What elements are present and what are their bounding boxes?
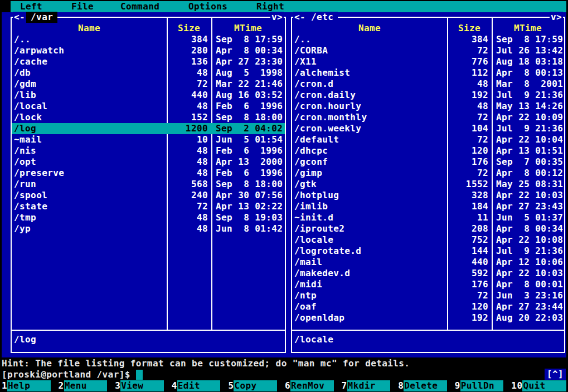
fkey-delete-button[interactable]: 8Delete bbox=[398, 380, 455, 391]
file-row[interactable]: /makedev.d592Apr 22 10:03 bbox=[292, 268, 564, 279]
menu-item-options[interactable]: Options bbox=[188, 1, 227, 12]
file-row[interactable]: /cron.monthly72Apr 22 10:09 bbox=[292, 112, 564, 123]
menu-item-file[interactable]: File bbox=[71, 1, 94, 12]
file-size: 152 bbox=[167, 112, 211, 123]
file-row[interactable]: /yp48Jun 8 01:42 bbox=[12, 223, 285, 234]
file-mtime: Jul 26 13:42 bbox=[492, 45, 564, 56]
file-row[interactable]: /X11776Aug 18 03:18 bbox=[292, 56, 564, 67]
file-mtime: Apr 22 10:03 bbox=[492, 190, 564, 201]
file-row[interactable]: /mail440Apr 12 10:06 bbox=[292, 257, 564, 268]
file-row[interactable]: /dhcpc120Apr 13 01:51 bbox=[292, 145, 564, 156]
file-mtime: Jun 3 23:16 bbox=[492, 290, 564, 301]
history-dropdown-arrow[interactable]: v> bbox=[550, 12, 563, 23]
file-row[interactable]: /spool240Apr 30 07:56 bbox=[12, 190, 285, 201]
menu-item-left[interactable]: Left bbox=[20, 1, 42, 12]
column-header-size[interactable]: Size bbox=[167, 23, 211, 34]
fkey-number: 6 bbox=[285, 380, 290, 391]
file-row[interactable]: /opt48Apr 13 2000 bbox=[12, 156, 285, 168]
column-header-mtime[interactable]: MTime bbox=[211, 23, 285, 34]
file-size: 72 bbox=[447, 112, 492, 123]
file-row[interactable]: /arpwatch280Apr 8 00:34 bbox=[12, 45, 285, 56]
fkey-mkdir-button[interactable]: 7Mkdir bbox=[342, 380, 399, 391]
menu-item-command[interactable]: Command bbox=[120, 1, 159, 12]
right-panel-path[interactable]: /etc bbox=[307, 12, 338, 23]
file-size: 72 bbox=[447, 134, 492, 145]
fkey-view-button[interactable]: 3View bbox=[115, 380, 172, 391]
file-row[interactable]: /logrotate.d144Jul 9 21:36 bbox=[292, 246, 564, 257]
file-row[interactable]: /hotplug328Apr 22 10:03 bbox=[292, 190, 564, 201]
fkey-help-button[interactable]: 1Help bbox=[2, 380, 59, 391]
file-name: /cron.weekly bbox=[292, 123, 447, 134]
history-back-arrow[interactable]: <- bbox=[13, 12, 26, 23]
file-row[interactable]: /gtk1552May 25 08:31 bbox=[292, 179, 564, 190]
fkey-number: 7 bbox=[342, 380, 347, 391]
file-name: /gtk bbox=[292, 179, 447, 190]
file-row[interactable]: /..384Sep 8 17:59 bbox=[292, 34, 564, 45]
left-panel-path[interactable]: /var bbox=[26, 12, 57, 23]
file-row[interactable]: /nis48Feb 6 1996 bbox=[12, 145, 285, 156]
file-row[interactable]: /iproute2208Apr 8 00:34 bbox=[292, 223, 564, 234]
file-row[interactable]: /imlib184Apr 27 23:43 bbox=[292, 201, 564, 212]
menu-item-right[interactable]: Right bbox=[256, 1, 284, 12]
file-size: 72 bbox=[167, 201, 211, 212]
history-dropdown-arrow[interactable]: v> bbox=[270, 12, 284, 23]
right-column-headers: Name Size MTime bbox=[292, 23, 564, 34]
file-row[interactable]: /cron.d48Mar 8 2001 bbox=[292, 79, 564, 90]
file-row[interactable]: /alchemist112Apr 8 00:13 bbox=[292, 67, 564, 79]
fkey-edit-button[interactable]: 4Edit bbox=[172, 380, 229, 391]
file-mtime: Apr 22 10:04 bbox=[492, 134, 564, 145]
file-row[interactable]: /log1200Sep 2 04:02 bbox=[12, 123, 285, 134]
file-row[interactable]: ~init.d11Jun 5 01:37 bbox=[292, 212, 564, 223]
column-header-mtime[interactable]: MTime bbox=[492, 23, 564, 34]
file-row[interactable]: /cron.daily192Jul 9 21:36 bbox=[292, 90, 564, 101]
file-row[interactable]: /oaf120Apr 27 23:44 bbox=[292, 301, 564, 312]
file-row[interactable]: /cron.hourly48May 13 14:26 bbox=[292, 101, 564, 112]
column-header-name[interactable]: Name bbox=[292, 23, 447, 34]
file-row[interactable]: /lock152Sep 8 18:00 bbox=[12, 112, 285, 123]
scrollback-indicator[interactable]: [^] bbox=[545, 369, 566, 380]
file-row[interactable]: ~mail10Jun 5 01:54 bbox=[12, 134, 285, 145]
file-mtime: Feb 6 1996 bbox=[211, 101, 285, 112]
fkey-pulldn-button[interactable]: 9PullDn bbox=[455, 380, 512, 391]
panel-border-line bbox=[338, 12, 550, 23]
file-row[interactable]: /run568Sep 8 18:00 bbox=[12, 179, 285, 190]
file-row[interactable]: /CORBA72Jul 26 13:42 bbox=[292, 45, 564, 56]
fkey-quit-button[interactable]: 10Quit bbox=[511, 380, 568, 391]
file-row[interactable]: /gconf176Sep 7 00:35 bbox=[292, 156, 564, 168]
file-mtime: May 25 08:31 bbox=[492, 179, 564, 190]
right-panel-body: Name Size MTime /..384Sep 8 17:59/CORBA7… bbox=[292, 18, 564, 330]
file-row[interactable]: /tmp48Sep 8 19:03 bbox=[12, 212, 285, 223]
file-row[interactable]: /locale752Apr 22 10:08 bbox=[292, 234, 564, 246]
fkey-renmov-button[interactable]: 6RenMov bbox=[285, 380, 342, 391]
function-key-bar: 1Help2Menu3View4Edit5Copy6RenMov7Mkdir8D… bbox=[2, 380, 568, 391]
file-name: /log bbox=[12, 123, 167, 134]
file-size: 72 bbox=[447, 290, 492, 301]
history-back-arrow[interactable]: <- bbox=[293, 12, 307, 23]
column-header-size[interactable]: Size bbox=[447, 23, 492, 34]
right-panel: <- /etc v> Name Size MTime /..384Sep 8 1… bbox=[291, 17, 565, 353]
file-mtime: Aug 5 1998 bbox=[211, 67, 285, 79]
file-row[interactable]: /..384Sep 8 17:59 bbox=[12, 34, 285, 45]
file-row[interactable]: /gimp72Apr 8 00:12 bbox=[292, 168, 564, 179]
column-header-name[interactable]: Name bbox=[12, 23, 167, 34]
file-row[interactable]: /cron.weekly104Jul 9 21:36 bbox=[292, 123, 564, 134]
fkey-copy-button[interactable]: 5Copy bbox=[228, 380, 285, 391]
command-prompt[interactable]: [proski@portland /var]$ bbox=[2, 369, 143, 380]
file-row[interactable]: /openldap192Aug 20 22:03 bbox=[292, 312, 564, 324]
file-row[interactable]: /lib440Aug 16 03:52 bbox=[12, 90, 285, 101]
fkey-number: 5 bbox=[228, 380, 234, 391]
fkey-menu-button[interactable]: 2Menu bbox=[59, 380, 115, 391]
file-row[interactable]: /default72Apr 22 10:04 bbox=[292, 134, 564, 145]
file-row[interactable]: /ntp72Jun 3 23:16 bbox=[292, 290, 564, 301]
file-row[interactable]: /preserve48Feb 6 1996 bbox=[12, 168, 285, 179]
file-name: /db bbox=[12, 67, 167, 79]
file-name: ~mail bbox=[12, 134, 167, 145]
right-panel-title: <- /etc v> bbox=[293, 12, 563, 23]
file-row[interactable]: /gdm72Mar 22 21:46 bbox=[12, 79, 285, 90]
file-row[interactable]: /state72Apr 13 02:22 bbox=[12, 201, 285, 212]
file-row[interactable]: /cache136Apr 27 23:30 bbox=[12, 56, 285, 67]
file-row[interactable]: /db48Aug 5 1998 bbox=[12, 67, 285, 79]
file-row[interactable]: /midi176Apr 8 00:01 bbox=[292, 279, 564, 290]
file-mtime: Aug 16 03:52 bbox=[211, 90, 285, 101]
file-row[interactable]: /local48Feb 6 1996 bbox=[12, 101, 285, 112]
